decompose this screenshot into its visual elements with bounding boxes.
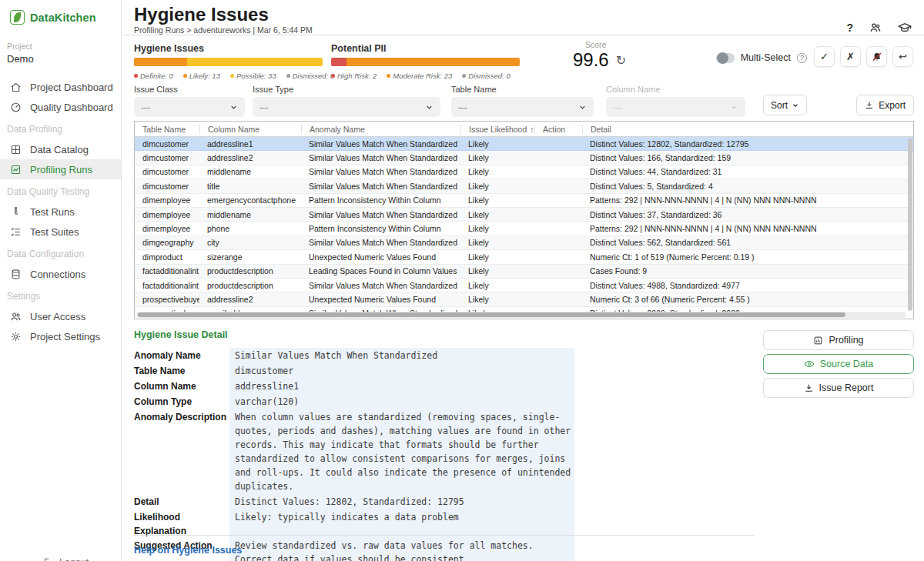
help-icon[interactable]: ? [846,22,853,34]
project-name: Demo [7,53,121,65]
column-header-issue-likelihood[interactable]: Issue Likelihood↑ [460,125,534,134]
brand-logo-icon [10,10,25,25]
help-on-hygiene-issues-link[interactable]: Help on Hygiene Issues [134,545,242,556]
sidebar-item-test-runs[interactable]: Test Runs [0,202,121,222]
score-block: Score 99.6 ↻ [573,40,658,71]
sidebar-item-data-catalog[interactable]: Data Catalog [0,139,121,159]
legend-dot [230,74,234,78]
eye-icon [804,359,815,369]
detail-field-label: Anomaly Name [134,348,229,363]
detail-field-label: Column Name [134,379,229,394]
multi-select-group: Multi-Select ? [716,52,807,63]
chevron-down-icon [578,103,587,112]
table-row[interactable]: dimcustomer title Similar Values Match W… [135,179,913,193]
sidebar-item-label: Test Runs [30,206,75,218]
issue-class-select[interactable]: --- [134,97,245,117]
detail-field-label: Detail [134,494,229,509]
table-row[interactable]: dimcustomer addressline2 Similar Values … [135,151,913,165]
sort-asc-icon: ↑ [530,125,534,134]
detail-field-row: Anomaly Name Similar Values Match When S… [134,348,768,363]
summary-band: Hygiene Issues Definite: 0 Likely: 13 [122,35,924,85]
legend-item: Possible: 33 [230,72,276,80]
sidebar-item-user-access[interactable]: User Access [0,306,121,326]
brand-logo[interactable]: DataKitchen [0,0,121,25]
table-row[interactable]: dimemployee emergencycontactphone Patter… [135,194,913,208]
database-icon [10,269,22,280]
approve-button[interactable]: ✓ [814,46,835,67]
table-row[interactable]: dimproduct sizerange Unexpected Numeric … [135,250,913,264]
table-row[interactable]: dimcustomer addressline1 Similar Values … [135,137,913,151]
table-row[interactable]: factadditionalint... productdescription … [135,265,913,279]
detail-field-value: Review standardized vs. raw data values … [229,538,574,561]
graduation-cap-icon[interactable] [898,21,912,35]
table-row[interactable]: dimemployee phone Pattern Inconsistency … [135,222,913,235]
column-header-detail[interactable]: Detail [582,125,904,134]
vertical-scrollbar[interactable] [908,139,912,311]
filter-table-name: Table Name --- [451,85,594,117]
column-header-table-name[interactable]: Table Name [135,125,199,134]
table-name-select[interactable]: --- [451,97,594,117]
bar-segment [346,58,520,66]
legend-item: Dismissed: 0 [462,72,510,80]
reject-button[interactable]: ✗ [840,46,861,67]
legend-dot [134,74,138,78]
bar-segment [187,58,323,66]
sidebar-item-project-settings[interactable]: Project Settings [0,326,121,346]
sidebar-item-project-dashboard[interactable]: Project Dashboard [0,77,121,97]
detail-field-value: addressline1 [229,379,574,394]
table-row[interactable]: dimemployee middlename Similar Values Ma… [135,208,913,222]
grid-icon [10,144,22,155]
legend-item: Definite: 0 [134,72,173,80]
logout-icon [42,557,53,561]
hygiene-legend: Definite: 0 Likely: 13 Possible: 33 [134,72,334,80]
sidebar-item-label: Connections [30,269,85,280]
detail-field-row: Table Name dimcustomer [134,363,768,379]
table-row[interactable]: factadditionalint... productdescription … [135,279,913,292]
sidebar-item-quality-dashboard[interactable]: Quality Dashboard [0,97,121,117]
legend-dot [462,74,466,78]
table-row[interactable]: prospectivebuyer addressline2 Unexpected… [135,292,913,306]
sidebar-item-label: User Access [30,311,85,322]
column-header-column-name[interactable]: Column Name [199,125,301,134]
sidebar-section-data-profiling: Data Profiling [0,117,121,139]
sort-button[interactable]: Sort [763,95,807,115]
source-data-button[interactable]: Source Data [763,354,914,374]
multi-select-help-icon[interactable]: ? [797,53,807,63]
sidebar: DataKitchen Project Demo Project Dashboa… [0,0,122,561]
refresh-icon[interactable]: ↻ [616,53,626,68]
hygiene-issue-detail-panel: Hygiene Issue Detail Anomaly Name Simila… [134,329,768,561]
logout-button[interactable]: Logout [42,557,89,561]
profiling-button[interactable]: Profiling [763,330,914,350]
bar-segment [331,58,346,66]
table-row[interactable]: dimgeography city Similar Values Match W… [135,236,913,250]
return-button[interactable]: ↩ [892,46,913,67]
mute-notifications-button[interactable] [866,46,887,67]
multi-select-toggle[interactable] [716,53,735,63]
sidebar-item-label: Test Suites [30,226,79,238]
detail-field-value: Similar Values Match When Standardized [229,348,574,363]
sidebar-item-profiling-runs[interactable]: Profiling Runs [0,159,121,179]
horizontal-scrollbar[interactable] [136,312,906,318]
breadcrumb: Profiling Runs > adventureworks | Mar 6,… [134,25,313,35]
chevron-down-icon [425,103,434,112]
issue-type-select[interactable]: --- [253,97,440,117]
sidebar-section-settings: Settings [0,284,121,306]
column-header-anomaly-name[interactable]: Anomaly Name [301,125,460,134]
export-button[interactable]: Export [856,95,914,115]
page-title: Hygiene Issues [134,4,269,25]
filter-label: Column Name [606,85,745,94]
project-block: Project Demo [0,25,121,65]
column-header-action[interactable]: Action [534,125,582,134]
pii-legend: High Risk: 2 Moderate Risk: 23 Dismissed… [331,72,511,80]
users-icon[interactable] [869,22,882,34]
filter-band: Issue Class --- Issue Type --- Table Nam… [122,85,924,121]
gauge-icon [10,102,22,113]
sidebar-item-connections[interactable]: Connections [0,264,121,284]
table-row[interactable]: dimcustomer middlename Similar Values Ma… [135,165,913,179]
issue-report-button[interactable]: Issue Report [763,378,914,398]
sidebar-section-data-configuration: Data Configuration [0,242,121,264]
detail-field-row: Column Name addressline1 [134,379,768,394]
column-name-select[interactable]: --- [606,97,745,117]
sidebar-item-test-suites[interactable]: Test Suites [0,222,121,242]
page-header: Hygiene Issues Profiling Runs > adventur… [122,0,924,35]
